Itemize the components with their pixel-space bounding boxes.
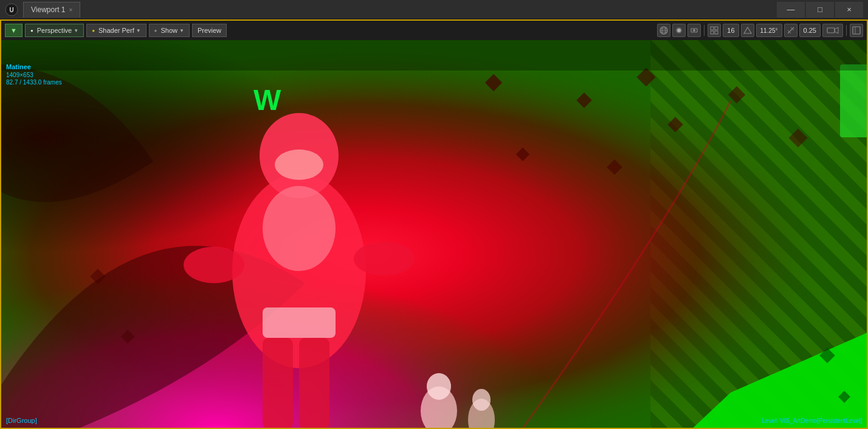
toolbar-separator-1 [704, 25, 704, 36]
frames-label: 82.7 / 1433.0 frames [6, 79, 62, 86]
svg-marker-15 [744, 27, 751, 33]
show-label: Show [160, 27, 177, 34]
lighting-icon-btn[interactable] [672, 24, 686, 37]
triangle-icon [743, 26, 752, 35]
svg-point-37 [263, 186, 336, 271]
expand-icon [852, 26, 861, 35]
svg-text:U: U [9, 7, 13, 13]
svg-rect-14 [715, 31, 718, 34]
ue-logo-icon: U [5, 3, 18, 16]
lighting-icon [675, 26, 683, 35]
triangle-warning-icon-btn[interactable] [741, 24, 754, 37]
perspective-label: Perspective [37, 27, 72, 34]
show-flags-icon [690, 26, 698, 35]
toolbar-right: 16 11.25° 0.25 [657, 24, 863, 37]
svg-rect-11 [711, 27, 714, 30]
toggle-icon: ▼ [10, 27, 17, 34]
svg-rect-21 [853, 27, 860, 34]
svg-rect-38 [263, 307, 336, 338]
viewport-tab[interactable]: Viewport 1 × [23, 2, 80, 18]
toolbar-separator-2 [846, 25, 847, 36]
w-mark: W [253, 84, 281, 116]
svg-rect-12 [715, 27, 718, 30]
scale-value: 0.25 [804, 27, 816, 34]
shader-perf-label: Shader Perf [98, 27, 134, 34]
viewport-toolbar: ▼ Perspective ▼ Shader Perf ▼ Show ▼ Pre… [1, 21, 867, 40]
camera-icon-btn[interactable] [822, 24, 843, 37]
shader-complexity-visualization: W [1, 40, 867, 428]
world-icon-btn[interactable] [657, 24, 670, 37]
svg-point-35 [184, 247, 244, 283]
level-label: Level: VIS_ArtDemo[PersistentLevel] [762, 417, 862, 424]
expand-icon-btn[interactable] [850, 24, 863, 37]
scale-value-btn[interactable]: 0.25 [799, 24, 821, 37]
svg-point-10 [693, 29, 695, 32]
fov-angle: 11.25° [760, 27, 778, 34]
fov-angle-btn[interactable]: 11.25° [756, 24, 782, 37]
perspective-button[interactable]: Perspective ▼ [25, 24, 84, 37]
viewport-toggle-button[interactable]: ▼ [5, 24, 22, 37]
tab-label: Viewport 1 [31, 5, 65, 14]
shader-perf-button[interactable]: Shader Perf ▼ [86, 24, 146, 37]
fov-value-btn[interactable]: 16 [723, 24, 739, 37]
viewport-canvas[interactable]: W Matinee 1409×653 82.7 / 1433.0 frames … [1, 40, 867, 428]
window-controls: — □ × [777, 2, 863, 18]
svg-point-42 [427, 373, 451, 400]
grid-icon-btn[interactable] [708, 24, 721, 37]
title-bar: U Viewport 1 × — □ × [0, 0, 868, 19]
svg-point-8 [677, 29, 681, 32]
world-icon [660, 26, 668, 35]
resolution-label: 1409×653 [6, 72, 33, 78]
svg-rect-31 [840, 64, 867, 137]
svg-point-44 [472, 389, 491, 411]
grid-icon [710, 26, 718, 35]
svg-point-36 [354, 242, 415, 276]
svg-point-34 [275, 149, 323, 180]
show-button[interactable]: Show ▼ [149, 24, 190, 37]
camera-icon [827, 26, 839, 35]
preview-label: Preview [198, 27, 221, 34]
perspective-arrow-icon: ▼ [74, 28, 78, 33]
tab-close-icon[interactable]: × [69, 7, 72, 13]
shader-perf-arrow-icon: ▼ [136, 28, 141, 33]
svg-marker-20 [835, 27, 838, 33]
tab-bar: Viewport 1 × [23, 2, 777, 18]
fov-value: 16 [727, 27, 734, 34]
svg-rect-39 [263, 338, 293, 428]
scale-icon-btn[interactable] [784, 24, 797, 37]
show-arrow-icon: ▼ [179, 28, 184, 33]
svg-rect-19 [827, 28, 835, 33]
matinee-label: Matinee [6, 63, 31, 70]
preview-button[interactable]: Preview [192, 24, 227, 37]
scale-icon [787, 26, 795, 35]
viewport-panel: ▼ Perspective ▼ Shader Perf ▼ Show ▼ Pre… [0, 19, 868, 429]
maximize-button[interactable]: □ [806, 2, 834, 18]
svg-rect-13 [711, 31, 714, 34]
minimize-button[interactable]: — [777, 2, 805, 18]
svg-rect-40 [299, 338, 329, 428]
dirgroup-label: [DirGroup] [6, 417, 37, 424]
show-flags-icon-btn[interactable] [687, 24, 701, 37]
close-button[interactable]: × [835, 2, 863, 18]
svg-line-16 [788, 27, 794, 33]
svg-rect-57 [1, 40, 867, 70]
